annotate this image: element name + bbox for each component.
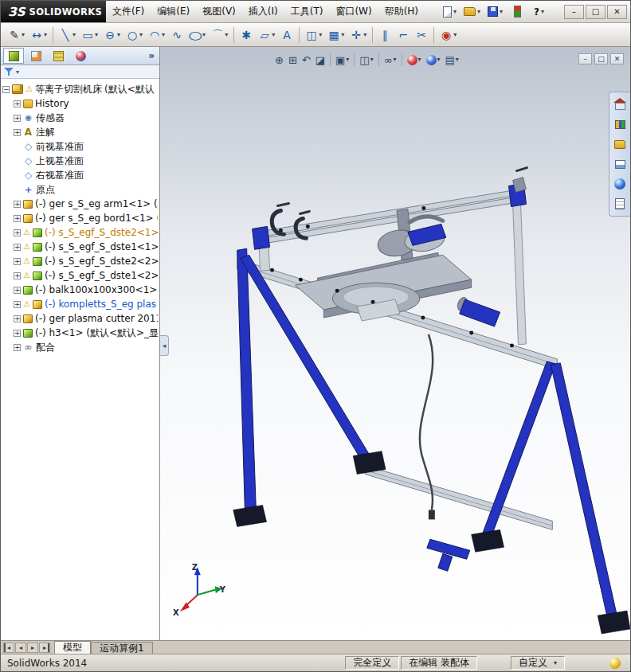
tree-item-component[interactable]: + (-) ger plasma cutter 2011	[2, 311, 158, 326]
expand-icon[interactable]: +	[14, 244, 21, 251]
tree-item-component[interactable]: + ⚠ (-) s_S_egf_S_dste1<2> (默	[2, 268, 158, 283]
zoom-to-fit-button[interactable]: ⊕	[273, 54, 285, 66]
minimize-button[interactable]: –	[564, 5, 584, 19]
dropdown-arrow-icon[interactable]: ▾	[541, 9, 544, 15]
dropdown-arrow-icon[interactable]: ▾	[437, 57, 441, 63]
doc-close-button[interactable]: ✕	[610, 53, 624, 64]
expand-icon[interactable]: +	[14, 330, 21, 337]
dropdown-arrow-icon[interactable]: ▾	[370, 57, 374, 63]
dropdown-arrow-icon[interactable]: ▾	[554, 659, 557, 666]
dropdown-arrow-icon[interactable]: ▾	[393, 57, 396, 63]
menu-edit[interactable]: 编辑(E)	[151, 1, 196, 22]
move-entities-button[interactable]: ✛▾	[347, 25, 369, 45]
instant2d-button[interactable]: ◉▾	[437, 25, 459, 45]
expand-icon[interactable]: +	[14, 115, 21, 122]
dropdown-arrow-icon[interactable]: ▾	[44, 32, 47, 38]
tree-item-history[interactable]: + History	[2, 96, 158, 111]
collapse-icon[interactable]: −	[2, 86, 10, 93]
dropdown-arrow-icon[interactable]: ▾	[341, 32, 344, 38]
circle-button[interactable]: ○▾	[123, 25, 145, 45]
edit-appearance-button[interactable]: ▾	[406, 54, 423, 66]
menu-file[interactable]: 文件(F)	[106, 1, 151, 22]
section-view-button[interactable]: ◪	[314, 54, 327, 66]
dropdown-arrow-icon[interactable]: ▾	[453, 32, 457, 38]
dropdown-arrow-icon[interactable]: ▾	[477, 9, 480, 15]
file-explorer-button[interactable]	[612, 136, 629, 152]
tab-featuremanager[interactable]	[3, 48, 24, 64]
apply-scene-button[interactable]: ▾	[425, 54, 442, 66]
ellipse-button[interactable]: ○▾	[186, 25, 208, 45]
tree-item-top-plane[interactable]: ◇ 上视基准面	[2, 154, 158, 168]
linear-sketch-pattern-button[interactable]: ▦▾	[325, 25, 347, 45]
dropdown-arrow-icon[interactable]: ▾	[95, 32, 98, 38]
convert-entities-button[interactable]: ⌐	[394, 25, 412, 45]
centerpoint-arc-button[interactable]: ◠▾	[146, 25, 167, 45]
status-light-button[interactable]	[514, 6, 521, 18]
panel-collapse-handle[interactable]: ◂	[160, 335, 169, 356]
solidworks-resources-button[interactable]	[612, 96, 629, 112]
zoom-to-area-button[interactable]: ⊞	[287, 54, 299, 66]
tags-icon[interactable]	[609, 658, 621, 669]
tree-item-component[interactable]: + (-) h3<1> (默认<默认>_显...	[2, 326, 158, 340]
tree-item-annotations[interactable]: + A 注解	[2, 125, 158, 139]
tab-scroll-last-button[interactable]: ▸	[39, 643, 50, 653]
tree-item-component[interactable]: + ⚠ (-) s_S_egf_S_dste2<1> (默	[2, 225, 158, 240]
mirror-entities-button[interactable]: ◫▾	[303, 25, 324, 45]
menu-tools[interactable]: 工具(T)	[284, 1, 330, 22]
tree-item-component[interactable]: + ⚠ (-) kompletts_S_eg plas	[2, 297, 158, 311]
expand-icon[interactable]: +	[14, 129, 21, 136]
custom-properties-button[interactable]	[612, 196, 629, 212]
tab-propertymanager[interactable]	[25, 48, 46, 64]
close-button[interactable]: ✕	[607, 5, 627, 19]
display-style-button[interactable]: ◫▾	[358, 54, 374, 66]
dropdown-arrow-icon[interactable]: ▾	[22, 32, 25, 38]
design-library-button[interactable]	[612, 116, 629, 132]
tree-item-component[interactable]: + ⚠ (-) s_S_egf_S_dste2<2>	[2, 254, 158, 268]
tree-item-component[interactable]: + (-) ger s_S_eg arm1<1> (默	[2, 197, 158, 211]
tab-model[interactable]: 模型	[54, 641, 91, 654]
tab-configurationmanager[interactable]	[48, 48, 69, 64]
menu-insert[interactable]: 插入(I)	[242, 1, 284, 22]
dropdown-arrow-icon[interactable]: ▾	[225, 32, 228, 38]
straight-slot-button[interactable]: ⊖▾	[101, 25, 123, 45]
expand-icon[interactable]: +	[14, 215, 21, 222]
expand-icon[interactable]: +	[14, 315, 21, 322]
dropdown-arrow-icon[interactable]: ▾	[73, 32, 76, 38]
tab-scroll-next-button[interactable]: ▸	[27, 643, 38, 653]
tab-displaymanager[interactable]	[70, 48, 91, 64]
dropdown-arrow-icon[interactable]: ▾	[117, 32, 120, 38]
filter-dropdown-icon[interactable]: ▾	[16, 68, 19, 76]
dropdown-arrow-icon[interactable]: ▾	[319, 32, 322, 38]
expand-icon[interactable]: +	[14, 344, 21, 351]
expand-icon[interactable]: +	[14, 272, 21, 279]
dropdown-arrow-icon[interactable]: ▾	[139, 32, 143, 38]
view-orientation-button[interactable]: ▣▾	[334, 54, 351, 66]
tab-scroll-prev-button[interactable]: ◂	[15, 643, 26, 653]
expand-icon[interactable]: +	[14, 287, 21, 294]
maximize-button[interactable]: □	[586, 5, 606, 19]
offset-entities-button[interactable]: ∥	[376, 25, 394, 45]
tab-motion-study-1[interactable]: 运动算例1	[91, 642, 153, 654]
panel-overflow-chevron[interactable]: »	[146, 50, 157, 61]
graphics-viewport[interactable]: Z Y X ⊕ ⊞ ↶ ◪ ▣▾ ◫▾ ∞▾ ▾ ▾ ▤▾	[160, 47, 630, 640]
expand-icon[interactable]: +	[14, 229, 21, 236]
save-document-button[interactable]: ▾	[485, 5, 505, 18]
menu-help[interactable]: 帮助(H)	[378, 1, 425, 22]
dropdown-arrow-icon[interactable]: ▾	[272, 32, 275, 38]
new-document-button[interactable]: ▾	[441, 5, 459, 19]
tab-scroll-first-button[interactable]: ◂	[3, 643, 14, 653]
hide-show-items-button[interactable]: ∞▾	[382, 54, 398, 66]
trim-entities-button[interactable]: ✂	[413, 25, 430, 45]
text-button[interactable]: A	[278, 25, 296, 45]
dropdown-arrow-icon[interactable]: ▾	[363, 32, 366, 38]
point-button[interactable]: ✱	[237, 25, 255, 45]
menu-view[interactable]: 视图(V)	[196, 1, 242, 22]
dropdown-arrow-icon[interactable]: ▾	[456, 57, 459, 63]
smart-dimension-button[interactable]: ↔▾	[28, 25, 49, 45]
dropdown-arrow-icon[interactable]: ▾	[346, 57, 349, 63]
dropdown-arrow-icon[interactable]: ▾	[162, 32, 165, 38]
previous-view-button[interactable]: ↶	[300, 54, 312, 66]
corner-rectangle-button[interactable]: ▭▾	[79, 25, 100, 45]
expand-icon[interactable]: +	[14, 201, 21, 208]
view-palette-button[interactable]	[612, 156, 629, 172]
